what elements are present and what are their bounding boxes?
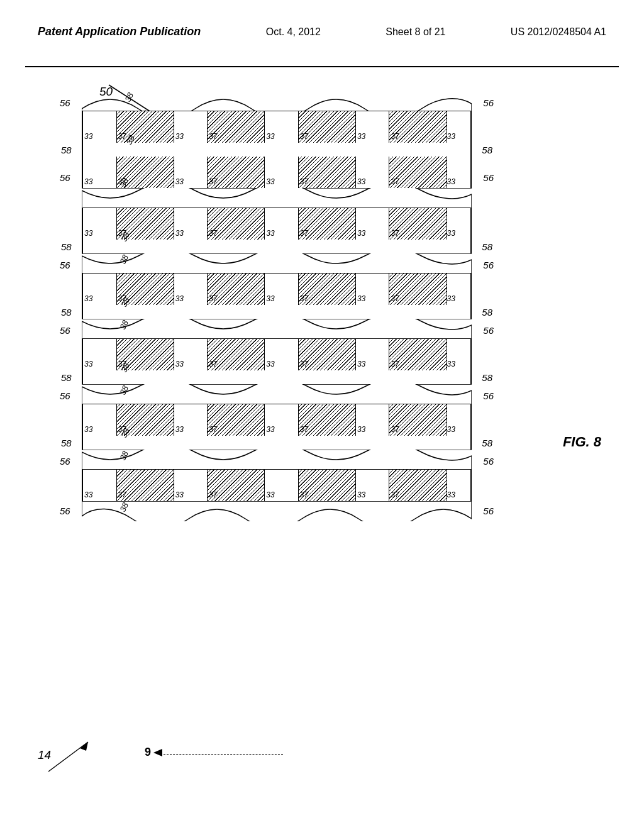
ch4d: 37 bbox=[389, 274, 447, 305]
row-3: 33 37 33 37 33 37 33 37 33 58 58 38 bbox=[82, 208, 472, 253]
ref-56-2R: 56 bbox=[483, 172, 494, 183]
cp3a: 33 bbox=[83, 208, 117, 240]
ch2b: 37 bbox=[208, 157, 265, 188]
l33-3e: 33 bbox=[447, 229, 455, 238]
l33-7b: 33 bbox=[175, 490, 184, 499]
sep-6: 58 58 38 bbox=[82, 436, 472, 450]
l33-4e: 33 bbox=[447, 294, 455, 303]
cp6c: 33 bbox=[265, 404, 299, 436]
wavy-mid-56d: 56 56 38 bbox=[82, 450, 472, 470]
ref-56-7R: 56 bbox=[483, 506, 494, 516]
l33-2d: 33 bbox=[357, 177, 365, 186]
cp4b: 33 bbox=[174, 274, 208, 305]
main-drawing: 56 56 38 33 37 33 37 bbox=[82, 91, 472, 758]
ref-56-R1: 56 bbox=[483, 97, 494, 108]
l33-7e: 33 bbox=[447, 490, 455, 499]
cell-plain-1c: 33 bbox=[265, 111, 299, 143]
sheet-number: Sheet 8 of 21 bbox=[386, 26, 445, 38]
l33-6d: 33 bbox=[357, 425, 365, 434]
cp2c: 33 bbox=[265, 157, 299, 188]
l33-3b: 33 bbox=[175, 229, 184, 238]
cells-1: 33 37 33 37 33 37 bbox=[82, 111, 472, 143]
row-7: 33 37 33 37 33 37 33 37 33 56 56 38 bbox=[82, 470, 472, 521]
l37-6c: 37 bbox=[300, 425, 308, 434]
wavy-mid-56c: 56 56 38 bbox=[82, 384, 472, 404]
wavy-56c-svg bbox=[82, 384, 472, 404]
l33-6a: 33 bbox=[84, 425, 92, 434]
ch4c: 37 bbox=[299, 274, 356, 305]
publication-date: Oct. 4, 2012 bbox=[266, 26, 321, 38]
ref-56-L1: 56 bbox=[60, 97, 70, 108]
cells-7: 33 37 33 37 33 37 33 37 33 bbox=[82, 470, 472, 501]
ref-58-5L: 58 bbox=[61, 372, 72, 383]
ref-56-5cL: 56 bbox=[60, 390, 70, 401]
cp7b: 33 bbox=[174, 470, 208, 501]
cell-plain-1b: 33 bbox=[174, 111, 208, 143]
figure-label: FIG. 8 bbox=[563, 434, 601, 450]
lbl-37-1a: 37 bbox=[118, 132, 126, 141]
l37-6a: 37 bbox=[118, 425, 126, 434]
wavy-top-1 bbox=[82, 91, 472, 111]
ch2c: 37 bbox=[299, 157, 356, 188]
ref-56-2L: 56 bbox=[60, 172, 70, 183]
ch7c: 37 bbox=[299, 470, 356, 501]
cp2d: 33 bbox=[356, 157, 390, 188]
ch3b: 37 bbox=[208, 208, 265, 240]
cp3c: 33 bbox=[265, 208, 299, 240]
cell-hatch-1b: 37 bbox=[208, 111, 265, 143]
l33-6e: 33 bbox=[447, 425, 455, 434]
row-1: 56 56 38 33 37 33 37 bbox=[82, 91, 472, 157]
l33-7c: 33 bbox=[266, 490, 274, 499]
ref-58-3R: 58 bbox=[482, 241, 492, 252]
wavy-56-svg bbox=[82, 253, 472, 274]
l37-2c: 37 bbox=[300, 177, 308, 186]
ref-56-4bL: 56 bbox=[60, 325, 70, 336]
l37-6b: 37 bbox=[209, 425, 217, 434]
l33-5d: 33 bbox=[357, 360, 365, 368]
cell-plain-1a: 33 bbox=[83, 111, 117, 143]
l33-6b: 33 bbox=[175, 425, 184, 434]
patent-number: US 2012/0248504 A1 bbox=[511, 26, 606, 38]
sep-1: 58 58 38 bbox=[82, 143, 472, 157]
l33-2b: 33 bbox=[175, 177, 184, 186]
publication-title: Patent Application Publication bbox=[38, 25, 201, 38]
ch5b: 37 bbox=[208, 339, 265, 370]
cells-3: 33 37 33 37 33 37 33 37 33 bbox=[82, 208, 472, 240]
lbl-33-1b: 33 bbox=[175, 132, 184, 141]
ch5d: 37 bbox=[389, 339, 447, 370]
ref-58-6L: 58 bbox=[61, 438, 72, 448]
cp4d: 33 bbox=[356, 274, 390, 305]
cell-plain-1e: 33 bbox=[447, 111, 471, 143]
ch6a: 37 bbox=[117, 404, 174, 436]
l37-2a: 37 bbox=[118, 177, 126, 186]
cell-hatch-1d: 37 bbox=[389, 111, 447, 143]
l37-3b: 37 bbox=[209, 229, 217, 238]
l33-2a: 33 bbox=[84, 177, 92, 186]
lbl-33-1e: 33 bbox=[447, 132, 455, 141]
cp7d: 33 bbox=[356, 470, 390, 501]
ch4a: 37 bbox=[117, 274, 174, 305]
header: Patent Application Publication Oct. 4, 2… bbox=[0, 25, 644, 38]
ref-58-4L: 58 bbox=[61, 307, 72, 318]
page: Patent Application Publication Oct. 4, 2… bbox=[0, 0, 644, 830]
ch7b: 37 bbox=[208, 470, 265, 501]
ch2a: 37 bbox=[117, 157, 174, 188]
l37-7b: 37 bbox=[209, 490, 217, 499]
ch2d: 37 bbox=[389, 157, 447, 188]
ref-58-4R: 58 bbox=[482, 307, 492, 318]
wavy-sep-2 bbox=[82, 188, 472, 208]
l33-4b: 33 bbox=[175, 294, 184, 303]
cp5b: 33 bbox=[174, 339, 208, 370]
cell-hatch-1a: 37 bbox=[117, 111, 174, 143]
ref-58-6R: 58 bbox=[482, 438, 492, 448]
cell-hatch-1c: 37 bbox=[299, 111, 356, 143]
cp3b: 33 bbox=[174, 208, 208, 240]
sep-4: 58 58 38 bbox=[82, 305, 472, 319]
ref-56-5cR: 56 bbox=[483, 390, 494, 401]
l33-5b: 33 bbox=[175, 360, 184, 368]
sep-5: 58 58 38 bbox=[82, 370, 472, 384]
cells-6: 33 37 33 37 33 37 33 37 33 bbox=[82, 404, 472, 436]
l37-4b: 37 bbox=[209, 294, 217, 303]
l37-5b: 37 bbox=[209, 360, 217, 368]
ch6b: 37 bbox=[208, 404, 265, 436]
